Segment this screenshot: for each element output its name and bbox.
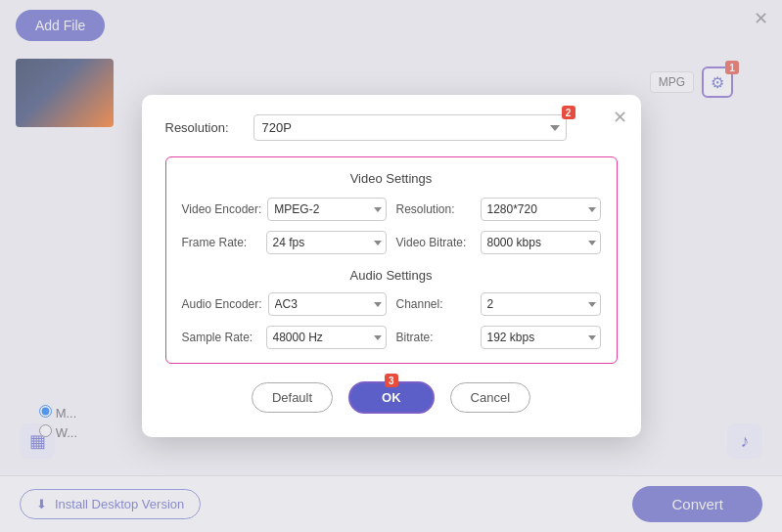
video-settings-grid: Video Encoder: MPEG-2 MPEG-4 H.264 Resol… — [182, 198, 601, 254]
audio-encoder-row: Audio Encoder: AC3 AAC MP3 — [182, 292, 387, 316]
badge-3: 3 — [385, 374, 398, 387]
resolution-select[interactable]: 720P 1080P 480P — [253, 114, 567, 141]
channel-label: Channel: — [396, 297, 475, 311]
video-bitrate-label: Video Bitrate: — [396, 236, 475, 249]
sample-rate-row: Sample Rate: 48000 Hz 44100 Hz 22050 Hz — [182, 326, 387, 349]
modal-close-button[interactable]: ✕ — [613, 107, 627, 128]
ok-wrapper: 3 OK — [348, 381, 435, 414]
resolution-row: Resolution: 720P 1080P 480P 2 — [165, 114, 618, 141]
frame-rate-row: Frame Rate: 24 fps 30 fps 60 fps — [182, 231, 387, 254]
frame-rate-label: Frame Rate: — [182, 236, 260, 249]
channel-select[interactable]: 2 1 6 — [481, 292, 601, 316]
badge-2: 2 — [562, 106, 575, 119]
channel-row: Channel: 2 1 6 — [396, 292, 601, 316]
audio-bitrate-label: Bitrate: — [396, 331, 475, 344]
frame-rate-select[interactable]: 24 fps 30 fps 60 fps — [266, 231, 387, 254]
audio-encoder-select[interactable]: AC3 AAC MP3 — [268, 292, 387, 316]
resolution-label: Resolution: — [165, 120, 253, 135]
audio-settings-grid: Audio Encoder: AC3 AAC MP3 Channel: 2 1 — [182, 292, 601, 349]
app-background: Add File ✕ MPG ⚙ 1 ▦ M... W... ♪ ⬇ Insta… — [0, 0, 782, 532]
video-encoder-select[interactable]: MPEG-2 MPEG-4 H.264 — [267, 198, 386, 221]
video-bitrate-select[interactable]: 8000 kbps 4000 kbps 2000 kbps — [481, 231, 601, 254]
resolution-select-wrapper: 720P 1080P 480P 2 — [253, 114, 567, 141]
video-settings-title: Video Settings — [182, 171, 601, 186]
audio-bitrate-row: Bitrate: 192 kbps 128 kbps 320 kbps — [396, 326, 601, 349]
video-resolution-select[interactable]: 1280*720 1920*1080 854*480 — [481, 198, 601, 221]
audio-settings-title: Audio Settings — [182, 268, 601, 283]
sample-rate-label: Sample Rate: — [182, 331, 260, 344]
cancel-button[interactable]: Cancel — [450, 382, 530, 413]
video-encoder-label: Video Encoder: — [182, 202, 262, 216]
settings-box: Video Settings Video Encoder: MPEG-2 MPE… — [165, 156, 618, 364]
video-resolution-row: Resolution: 1280*720 1920*1080 854*480 — [396, 198, 601, 221]
modal-overlay: ✕ Resolution: 720P 1080P 480P 2 Video Se… — [0, 0, 782, 532]
audio-encoder-label: Audio Encoder: — [182, 297, 262, 311]
audio-bitrate-select[interactable]: 192 kbps 128 kbps 320 kbps — [481, 326, 601, 349]
modal-footer: Default 3 OK Cancel — [165, 381, 618, 414]
sample-rate-select[interactable]: 48000 Hz 44100 Hz 22050 Hz — [266, 326, 387, 349]
settings-modal: ✕ Resolution: 720P 1080P 480P 2 Video Se… — [142, 95, 641, 437]
video-encoder-row: Video Encoder: MPEG-2 MPEG-4 H.264 — [182, 198, 387, 221]
default-button[interactable]: Default — [252, 382, 333, 413]
video-resolution-label: Resolution: — [396, 202, 475, 216]
video-bitrate-row: Video Bitrate: 8000 kbps 4000 kbps 2000 … — [396, 231, 601, 254]
